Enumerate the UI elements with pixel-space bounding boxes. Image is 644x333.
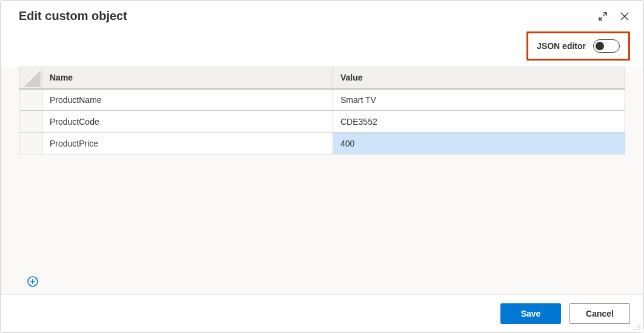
- close-icon[interactable]: [619, 11, 630, 22]
- json-editor-row: JSON editor: [1, 27, 643, 67]
- resize-grip-icon[interactable]: [632, 322, 641, 331]
- json-editor-label: JSON editor: [537, 41, 586, 51]
- json-editor-toggle[interactable]: [593, 39, 620, 53]
- dialog-title: Edit custom object: [19, 9, 127, 23]
- json-editor-highlight: JSON editor: [526, 31, 630, 61]
- svg-point-1: [639, 324, 640, 325]
- row-handle[interactable]: [19, 133, 42, 154]
- add-row-icon[interactable]: [26, 275, 39, 288]
- cancel-button[interactable]: Cancel: [569, 303, 630, 324]
- column-header-value[interactable]: Value: [333, 67, 625, 89]
- cell-name[interactable]: ProductPrice: [42, 133, 333, 154]
- svg-point-6: [639, 329, 640, 330]
- cell-name[interactable]: ProductName: [42, 89, 333, 111]
- expand-icon[interactable]: [597, 11, 608, 22]
- dialog-footer: Save Cancel: [1, 294, 643, 332]
- toggle-knob: [596, 42, 604, 50]
- dialog-header: Edit custom object: [1, 1, 643, 27]
- svg-point-5: [637, 329, 638, 330]
- svg-point-3: [639, 326, 640, 328]
- table-row: ProductPrice 400: [19, 133, 625, 154]
- cell-name[interactable]: ProductCode: [42, 111, 333, 133]
- column-header-name[interactable]: Name: [42, 67, 333, 89]
- dialog-body: Name Value ProductName Smart TV ProductC…: [1, 67, 643, 294]
- table-row: ProductCode CDE3552: [19, 111, 625, 133]
- cell-value[interactable]: 400: [333, 133, 625, 154]
- svg-point-2: [637, 326, 638, 328]
- edit-custom-object-dialog: Edit custom object JSON editor: [0, 0, 644, 333]
- cell-value[interactable]: Smart TV: [333, 89, 625, 111]
- table-select-all-corner[interactable]: [19, 67, 42, 89]
- save-button[interactable]: Save: [500, 303, 561, 324]
- svg-point-4: [634, 329, 636, 330]
- table-row: ProductName Smart TV: [19, 89, 625, 111]
- row-handle[interactable]: [19, 89, 42, 111]
- cell-value[interactable]: CDE3552: [333, 111, 625, 133]
- corner-triangle-icon: [24, 70, 41, 87]
- header-icon-group: [597, 11, 630, 22]
- properties-table: Name Value ProductName Smart TV ProductC…: [19, 67, 625, 154]
- row-handle[interactable]: [19, 111, 42, 133]
